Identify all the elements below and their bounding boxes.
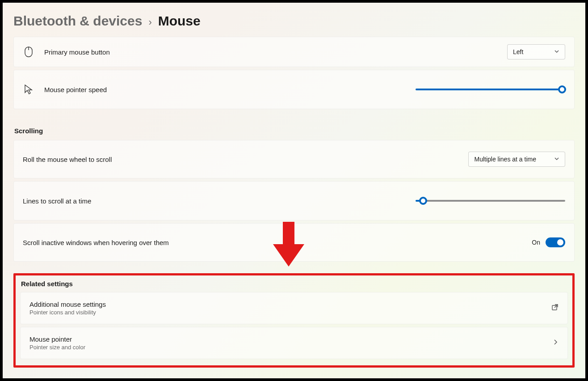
chevron-down-icon bbox=[554, 48, 559, 55]
setting-roll-wheel: Roll the mouse wheel to scroll Multiple … bbox=[13, 140, 575, 178]
chevron-right-icon bbox=[552, 339, 559, 347]
toggle-knob bbox=[557, 239, 563, 246]
cursor-icon bbox=[23, 85, 34, 94]
setting-primary-mouse-button: Primary mouse button Left bbox=[13, 37, 575, 67]
link-subtitle: Pointer size and color bbox=[29, 344, 552, 351]
settings-window: Bluetooth & devices › Mouse Primary mous… bbox=[0, 0, 588, 381]
setting-label: Primary mouse button bbox=[44, 48, 110, 56]
svg-marker-2 bbox=[25, 85, 32, 94]
slider-thumb[interactable] bbox=[419, 197, 427, 205]
svg-line-5 bbox=[554, 305, 558, 308]
external-link-icon bbox=[551, 304, 559, 313]
dropdown-value: Multiple lines at a time bbox=[474, 156, 536, 163]
breadcrumb-separator-icon: › bbox=[148, 17, 151, 28]
dropdown-value: Left bbox=[513, 48, 523, 55]
toggle-state-label: On bbox=[532, 239, 540, 246]
setting-lines-to-scroll: Lines to scroll at a time bbox=[13, 181, 575, 220]
chevron-down-icon bbox=[554, 156, 559, 163]
setting-label: Roll the mouse wheel to scroll bbox=[23, 156, 112, 163]
slider-thumb[interactable] bbox=[558, 85, 566, 93]
section-title-scrolling: Scrolling bbox=[14, 127, 575, 135]
breadcrumb-parent[interactable]: Bluetooth & devices bbox=[13, 13, 142, 29]
lines-slider[interactable] bbox=[416, 196, 565, 205]
setting-label: Mouse pointer speed bbox=[44, 86, 107, 93]
link-title: Additional mouse settings bbox=[29, 301, 551, 308]
setting-scroll-inactive: Scroll inactive windows when hovering ov… bbox=[13, 223, 575, 262]
pointer-speed-slider[interactable] bbox=[416, 85, 565, 94]
primary-button-dropdown[interactable]: Left bbox=[507, 44, 565, 59]
link-title: Mouse pointer bbox=[29, 335, 552, 343]
mouse-icon bbox=[23, 47, 34, 57]
roll-wheel-dropdown[interactable]: Multiple lines at a time bbox=[468, 152, 565, 167]
setting-label: Scroll inactive windows when hovering ov… bbox=[23, 239, 169, 246]
scroll-inactive-toggle[interactable] bbox=[546, 237, 565, 247]
section-title-related: Related settings bbox=[21, 280, 568, 288]
link-mouse-pointer[interactable]: Mouse pointer Pointer size and color bbox=[20, 327, 568, 359]
link-additional-mouse-settings[interactable]: Additional mouse settings Pointer icons … bbox=[20, 292, 568, 324]
breadcrumb: Bluetooth & devices › Mouse bbox=[13, 13, 575, 29]
setting-label: Lines to scroll at a time bbox=[23, 197, 91, 205]
link-subtitle: Pointer icons and visibility bbox=[29, 309, 551, 316]
page-title: Mouse bbox=[158, 13, 201, 29]
annotation-highlight-box: Related settings Additional mouse settin… bbox=[13, 273, 575, 368]
setting-pointer-speed: Mouse pointer speed bbox=[13, 70, 575, 109]
